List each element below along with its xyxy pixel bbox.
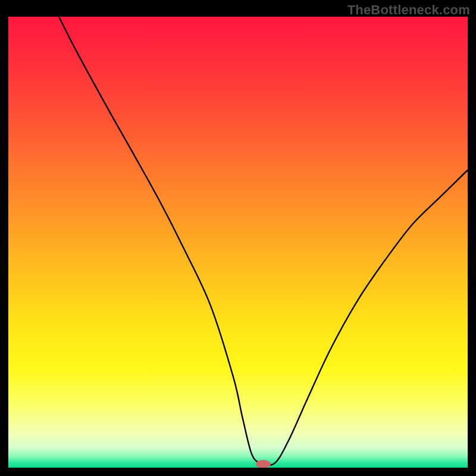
chart-svg (8, 17, 468, 468)
watermark-text: TheBottleneck.com (347, 2, 470, 18)
gradient-plot (8, 17, 468, 468)
chart-frame: TheBottleneck.com (0, 0, 476, 476)
